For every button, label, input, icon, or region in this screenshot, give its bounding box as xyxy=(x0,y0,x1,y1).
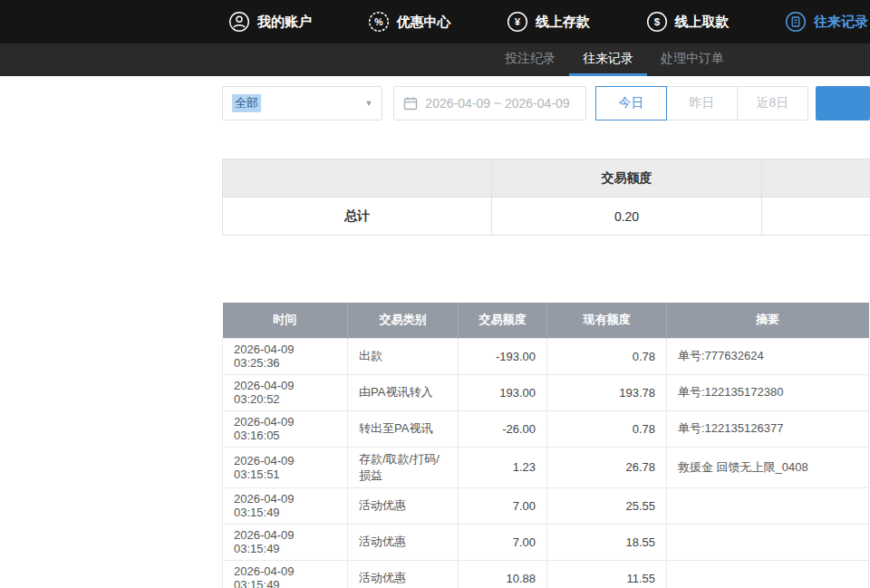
column-header: 现有额度 xyxy=(547,303,667,338)
cell: -26.00 xyxy=(459,410,547,447)
top-nav-items: 我的账户 % 优惠中心 ¥ 线上存款 $ 线上取款 往来记录 xyxy=(228,11,870,33)
cell: 出款 xyxy=(348,338,459,374)
summary-total-row: 总计 0.20 xyxy=(223,198,870,236)
summary-header-label: 交易额度 xyxy=(492,159,762,198)
nav-transaction-records[interactable]: 往来记录 xyxy=(785,11,868,33)
tab-processing-orders[interactable]: 处理中订单 xyxy=(647,43,738,76)
cell: 由PA视讯转入 xyxy=(348,374,459,410)
cell: 救援金 回馈无上限_0408 xyxy=(667,447,869,487)
svg-text:¥: ¥ xyxy=(515,16,521,27)
nav-online-withdrawal[interactable]: $ 线上取款 xyxy=(646,11,730,33)
table-row: 2026-04-09 03:15:49活动优惠10.8811.55 xyxy=(223,560,869,588)
calendar-icon xyxy=(403,96,418,111)
cell: 活动优惠 xyxy=(348,524,459,560)
cell: 10.88 xyxy=(459,560,547,588)
cell xyxy=(667,524,869,560)
cell: 单号:122135126377 xyxy=(667,410,869,447)
table-row: 2026-04-09 03:15:49活动优惠7.0018.55 xyxy=(223,524,869,560)
column-header: 摘要 xyxy=(667,303,869,338)
transaction-type-value: 全部 xyxy=(232,94,261,112)
record-tabs: 投注纪录 往来记录 处理中订单 xyxy=(491,43,738,76)
cell: 2026-04-09 03:25:36 xyxy=(223,338,348,374)
column-header: 时间 xyxy=(223,303,348,338)
deposit-icon: ¥ xyxy=(507,11,528,33)
search-button[interactable] xyxy=(816,86,870,120)
date-range-input[interactable]: 2026-04-09 ~ 2026-04-09 xyxy=(393,86,586,120)
cell: 单号:122135172380 xyxy=(667,374,869,410)
date-range-value: 2026-04-09 ~ 2026-04-09 xyxy=(425,96,569,111)
summary-header-empty xyxy=(223,159,492,198)
cell: 转出至PA视讯 xyxy=(348,410,459,447)
transaction-type-select[interactable]: 全部 ▼ xyxy=(222,86,382,120)
cell: -193.00 xyxy=(459,338,547,374)
cell: 18.55 xyxy=(547,524,667,560)
nav-label: 线上取款 xyxy=(675,14,730,31)
cell: 7.00 xyxy=(459,524,547,560)
column-header: 交易类别 xyxy=(348,303,459,338)
cell: 7.00 xyxy=(459,487,547,524)
summary-header-row: 交易额度 xyxy=(223,159,870,198)
nav-promotions[interactable]: % 优惠中心 xyxy=(368,11,451,33)
cell: 存款/取款/打码/损益 xyxy=(348,447,459,487)
svg-text:%: % xyxy=(374,16,383,27)
table-body: 2026-04-09 03:25:36出款-193.000.78单号:77763… xyxy=(223,338,869,588)
nav-label: 线上存款 xyxy=(536,14,590,31)
chevron-down-icon: ▼ xyxy=(364,99,372,108)
table-row: 2026-04-09 03:15:51存款/取款/打码/损益1.2326.78救… xyxy=(223,447,869,487)
cell xyxy=(667,560,869,588)
cell: 单号:777632624 xyxy=(667,338,869,374)
table-header-row: 时间交易类别交易额度现有额度摘要 xyxy=(223,303,869,338)
transactions-section: 时间交易类别交易额度现有额度摘要 2026-04-09 03:25:36出款-1… xyxy=(222,303,870,588)
summary-section: 交易额度 总计 0.20 xyxy=(222,159,870,236)
cell: 2026-04-09 03:15:49 xyxy=(223,560,348,588)
table-row: 2026-04-09 03:15:49活动优惠7.0025.55 xyxy=(223,487,869,524)
today-button[interactable]: 今日 xyxy=(595,86,667,120)
cell: 1.23 xyxy=(459,447,547,487)
table-row: 2026-04-09 03:25:36出款-193.000.78单号:77763… xyxy=(223,338,869,374)
filter-bar: 全部 ▼ 2026-04-09 ~ 2026-04-09 今日 昨日 近8日 xyxy=(222,86,870,120)
cell: 193.78 xyxy=(547,374,667,410)
nav-label: 优惠中心 xyxy=(397,14,451,31)
cell: 2026-04-09 03:16:05 xyxy=(223,410,348,447)
summary-value-clipped xyxy=(762,198,870,236)
nav-online-deposit[interactable]: ¥ 线上存款 xyxy=(507,11,590,33)
cell: 2026-04-09 03:15:49 xyxy=(223,487,348,524)
user-icon xyxy=(228,11,250,33)
cell: 11.55 xyxy=(547,560,667,588)
table-row: 2026-04-09 03:20:52由PA视讯转入193.00193.78单号… xyxy=(223,374,869,410)
tab-betting-records[interactable]: 投注纪录 xyxy=(491,43,569,76)
quick-date-buttons: 今日 昨日 近8日 xyxy=(595,86,808,120)
cell: 活动优惠 xyxy=(348,487,459,524)
last-8-days-button[interactable]: 近8日 xyxy=(737,86,808,120)
summary-total-value: 0.20 xyxy=(492,198,762,236)
cell: 0.78 xyxy=(547,410,667,447)
cell: 26.78 xyxy=(547,447,667,487)
table-row: 2026-04-09 03:16:05转出至PA视讯-26.000.78单号:1… xyxy=(223,410,869,447)
nav-label: 往来记录 xyxy=(814,14,868,31)
cell: 193.00 xyxy=(459,374,547,410)
summary-header-clipped xyxy=(762,159,870,198)
svg-text:$: $ xyxy=(653,16,660,27)
nav-my-account[interactable]: 我的账户 xyxy=(228,11,312,33)
summary-total-label: 总计 xyxy=(223,198,492,236)
withdraw-icon: $ xyxy=(646,11,668,33)
top-navbar: 我的账户 % 优惠中心 ¥ 线上存款 $ 线上取款 往来记录 xyxy=(0,0,870,43)
summary-table: 交易额度 总计 0.20 xyxy=(222,159,870,236)
promo-icon: % xyxy=(368,11,390,33)
cell: 25.55 xyxy=(547,487,667,524)
cell: 0.78 xyxy=(547,338,667,374)
yesterday-button[interactable]: 昨日 xyxy=(666,86,738,120)
column-header: 交易额度 xyxy=(459,303,547,338)
cell: 2026-04-09 03:15:51 xyxy=(223,447,348,487)
cell: 活动优惠 xyxy=(348,560,459,588)
transactions-table: 时间交易类别交易额度现有额度摘要 2026-04-09 03:25:36出款-1… xyxy=(222,303,869,588)
records-icon xyxy=(785,11,807,33)
tab-transaction-records[interactable]: 往来记录 xyxy=(569,43,647,76)
cell: 2026-04-09 03:20:52 xyxy=(223,374,348,410)
sub-navbar: 投注纪录 往来记录 处理中订单 xyxy=(0,43,870,76)
cell xyxy=(667,487,869,524)
nav-label: 我的账户 xyxy=(257,14,312,31)
cell: 2026-04-09 03:15:49 xyxy=(223,524,348,560)
